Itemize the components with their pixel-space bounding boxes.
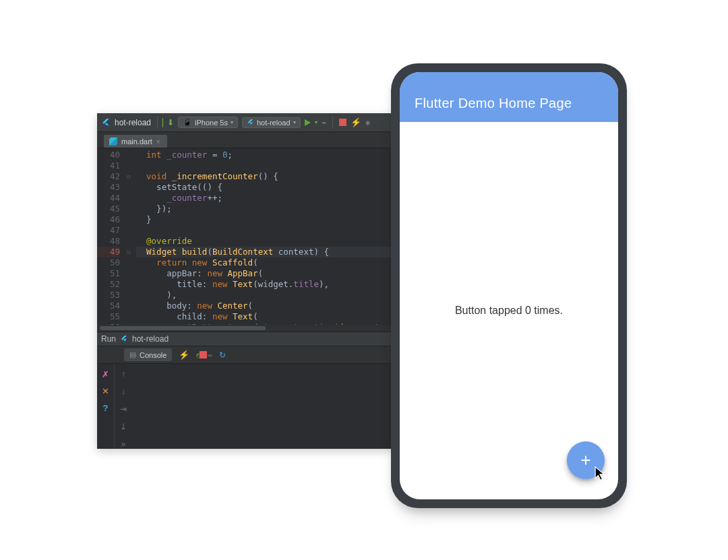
phone-frame: Flutter Demo Home Page Button tapped 0 t…: [391, 63, 627, 508]
debug-icon[interactable]: ⌁: [322, 118, 326, 127]
floating-action-button[interactable]: [567, 441, 605, 479]
dart-file-icon: [109, 137, 117, 146]
editor-tabbar: main.dart ×: [97, 132, 394, 148]
devtools-icon[interactable]: ⎈: [365, 118, 370, 127]
console-body: ✗ ✕ ? ↑ ↓ ⇥ ⤓ »: [97, 364, 394, 449]
phone-screen: Flutter Demo Home Page Button tapped 0 t…: [400, 72, 618, 499]
device-selector[interactable]: 📱 iPhone 5s ▾: [178, 117, 238, 128]
console-side-toolbar: ↑ ↓ ⇥ ⤓ »: [115, 364, 132, 449]
ide-toolbar: hot-reload ⬇ 📱 iPhone 5s ▾ hot-reload ▾ …: [97, 113, 394, 132]
scrollbar-thumb[interactable]: [100, 326, 266, 330]
up-arrow-icon[interactable]: ↑: [121, 369, 125, 379]
project-name: hot-reload: [115, 118, 151, 127]
more-icon[interactable]: »: [121, 439, 126, 449]
inspector-icon[interactable]: ⎃: [208, 351, 212, 359]
code-editor[interactable]: 4041424344454647484950515253545556575859…: [97, 148, 394, 325]
run-label: Run: [101, 334, 116, 344]
counter-text: Button tapped 0 times.: [455, 305, 563, 317]
device-add-icon[interactable]: ⬇: [167, 118, 174, 127]
run-button[interactable]: [305, 119, 311, 126]
flutter-icon: [120, 335, 128, 343]
ide-window: hot-reload ⬇ 📱 iPhone 5s ▾ hot-reload ▾ …: [97, 113, 394, 449]
app-bar-title: Flutter Demo Home Page: [415, 96, 572, 111]
toggle-icon[interactable]: ✕: [102, 386, 109, 396]
plus-icon: [578, 453, 593, 468]
tab-main-dart[interactable]: main.dart ×: [104, 135, 167, 148]
run-config-selector[interactable]: hot-reload ▾: [242, 117, 301, 128]
wrap-icon[interactable]: ⇥: [120, 404, 127, 414]
hot-reload-icon[interactable]: ⚡: [179, 350, 189, 360]
file-tab-label: main.dart: [121, 137, 152, 146]
console-tab[interactable]: ▤ Console: [124, 348, 172, 361]
close-icon[interactable]: ×: [156, 138, 160, 146]
fold-gutter[interactable]: ⊟⊟: [124, 148, 133, 325]
flutter-icon: [247, 119, 254, 126]
help-icon[interactable]: ?: [103, 403, 109, 413]
run-side-toolbar: ✗ ✕ ?: [97, 364, 115, 449]
console-toolbar: ▤ Console ⚡ ⎋ ⎃ ↻: [97, 346, 394, 364]
run-tool-header[interactable]: Run hot-reload: [97, 332, 394, 346]
hot-reload-icon[interactable]: ⚡: [351, 117, 361, 127]
run-target-label: hot-reload: [132, 334, 169, 344]
rerun-icon[interactable]: ✗: [102, 369, 109, 379]
restart-icon[interactable]: ↻: [219, 350, 226, 360]
stop-button[interactable]: [339, 119, 346, 126]
stop-icon[interactable]: [200, 351, 207, 359]
line-gutter: 4041424344454647484950515253545556575859: [97, 148, 124, 325]
down-arrow-icon[interactable]: ↓: [121, 387, 125, 396]
flutter-logo-icon: [101, 118, 111, 127]
terminal-icon: ▤: [129, 350, 136, 359]
code-content[interactable]: int _counter = 0; void _incrementCounter…: [133, 148, 394, 325]
scroll-end-icon[interactable]: ⤓: [120, 422, 127, 431]
horizontal-scrollbar[interactable]: [97, 325, 394, 332]
app-bar: Flutter Demo Home Page: [400, 72, 618, 122]
